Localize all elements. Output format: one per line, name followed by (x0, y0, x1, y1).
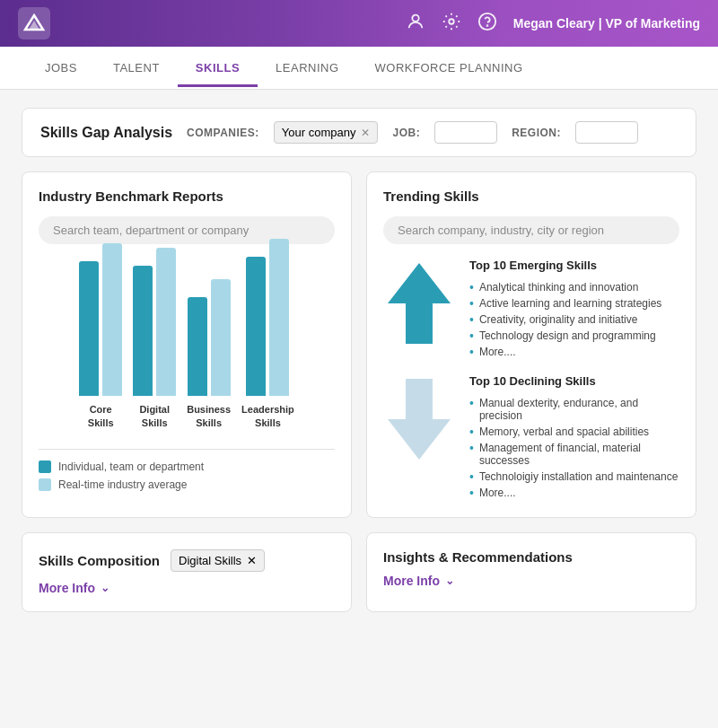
job-label: JOB: (392, 127, 420, 139)
declining-block: Top 10 Declining Skills Manual dexterity… (383, 374, 679, 501)
chevron-down-icon: ⌄ (445, 575, 454, 587)
top-header: Megan Cleary | VP of Marketing (0, 0, 718, 47)
bar-label-leadership: LeadershipSkills (241, 403, 294, 429)
insights-title: Insights & Recommendations (383, 549, 573, 565)
list-item: Creativity, originality and initiative (469, 311, 661, 328)
bar-group-digital: DigitalSkills (133, 248, 176, 429)
skills-composition-header: Skills Composition Digital Skills ✕ (39, 549, 335, 572)
list-item: Technoloigiy installation and maintenanc… (469, 469, 679, 485)
declining-title: Top 10 Declining Skills (469, 374, 679, 388)
bar-core-dark (79, 261, 99, 396)
skills-gap-title: Skills Gap Analysis (40, 125, 172, 141)
declining-skills-list: Top 10 Declining Skills Manual dexterity… (469, 374, 679, 501)
skills-composition-tag-close[interactable]: ✕ (247, 554, 257, 567)
bar-leadership-dark (246, 257, 266, 396)
logo-icon[interactable] (18, 7, 50, 39)
emerging-block: Top 10 Emerging Skills Analytical thinki… (383, 259, 679, 360)
legend-label-individual: Individual, team or department (58, 460, 204, 473)
companies-label: COMPANIES: (187, 127, 259, 139)
list-item: Management of financial, material succes… (469, 440, 679, 469)
region-label: REGION: (512, 127, 561, 139)
skills-composition-title: Skills Composition (39, 553, 160, 568)
bars-business (188, 279, 231, 396)
two-col-panels: Industry Benchmark Reports Search team, … (22, 171, 696, 518)
list-item: More.... (469, 485, 679, 501)
bar-label-business: BusinessSkills (187, 403, 231, 429)
svg-point-2 (412, 14, 418, 21)
svg-marker-7 (388, 379, 451, 460)
legend-label-average: Real-time industry average (58, 478, 187, 491)
bar-label-digital: DigitalSkills (139, 403, 170, 429)
insights-panel: Insights & Recommendations More Info ⌄ (366, 532, 696, 612)
emerging-title: Top 10 Emerging Skills (469, 259, 661, 272)
arrow-up-container (383, 259, 455, 348)
bar-business-dark (188, 297, 207, 396)
bar-group-leadership: LeadershipSkills (241, 239, 294, 429)
list-item: More.... (469, 344, 661, 360)
bar-business-light (211, 279, 231, 396)
bars-core (79, 243, 122, 396)
skills-composition-more-info-label: More Info (39, 581, 95, 595)
nav-learning[interactable]: LEARNING (258, 48, 356, 87)
industry-benchmark-title: Industry Benchmark Reports (39, 189, 335, 204)
legend-item-average: Real-time industry average (39, 478, 335, 491)
nav-bar: JOBS TALENT SKILLS LEARNING WORKFORCE PL… (0, 47, 718, 90)
trending-section: Top 10 Emerging Skills Analytical thinki… (383, 259, 679, 501)
skills-gap-bar: Skills Gap Analysis COMPANIES: Your comp… (22, 108, 696, 157)
bottom-row: Skills Composition Digital Skills ✕ More… (22, 532, 696, 612)
trending-search[interactable]: Search company, industry, city or region (383, 216, 679, 244)
skills-composition-more-info[interactable]: More Info ⌄ (39, 581, 335, 595)
skills-composition-panel: Skills Composition Digital Skills ✕ More… (22, 532, 352, 612)
declining-items: Manual dexterity, endurance, and precisi… (469, 395, 679, 501)
legend-item-individual: Individual, team or department (39, 460, 335, 473)
bar-label-core: CoreSkills (88, 403, 114, 429)
trending-skills-panel: Trending Skills Search company, industry… (366, 171, 696, 518)
emerging-items: Analytical thinking and innovation Activ… (469, 279, 661, 360)
svg-point-3 (449, 19, 454, 24)
nav-talent[interactable]: TALENT (95, 48, 178, 87)
bar-chart: CoreSkills DigitalSkills Busin (39, 259, 335, 438)
nav-skills[interactable]: SKILLS (178, 48, 258, 87)
bar-leadership-light (269, 239, 289, 396)
bars-digital (133, 248, 176, 396)
arrow-up-icon (383, 259, 455, 348)
region-input[interactable] (575, 121, 638, 144)
bar-digital-light (156, 248, 176, 396)
industry-benchmark-panel: Industry Benchmark Reports Search team, … (22, 171, 352, 518)
arrow-down-container (383, 374, 455, 464)
help-icon[interactable] (477, 12, 497, 36)
user-icon[interactable] (406, 12, 425, 36)
settings-icon[interactable] (442, 12, 461, 36)
company-tag-text: Your company (282, 126, 356, 139)
svg-marker-6 (388, 263, 451, 344)
list-item: Technology design and programming (469, 328, 661, 344)
chevron-down-icon: ⌄ (101, 582, 109, 594)
legend-color-light (39, 478, 51, 491)
company-filter-tag: Your company ✕ (274, 121, 379, 144)
insights-more-info-label: More Info (383, 574, 440, 588)
list-item: Active learning and learning strategies (469, 295, 661, 311)
arrow-down-icon (383, 374, 455, 464)
header-right: Megan Cleary | VP of Marketing (406, 12, 700, 36)
list-item: Manual dexterity, endurance, and precisi… (469, 395, 679, 424)
main-content: Skills Gap Analysis COMPANIES: Your comp… (0, 90, 718, 630)
trending-skills-title: Trending Skills (383, 189, 679, 204)
insights-more-info[interactable]: More Info ⌄ (383, 574, 679, 588)
emerging-skills-list: Top 10 Emerging Skills Analytical thinki… (469, 259, 661, 360)
bar-group-core: CoreSkills (79, 243, 122, 429)
nav-jobs[interactable]: JOBS (27, 48, 95, 87)
bars-leadership (246, 239, 289, 396)
bar-group-business: BusinessSkills (187, 279, 231, 429)
chart-legend: Individual, team or department Real-time… (39, 460, 335, 491)
user-name: Megan Cleary | VP of Marketing (513, 16, 700, 31)
list-item: Analytical thinking and innovation (469, 279, 661, 295)
company-tag-close[interactable]: ✕ (361, 127, 370, 139)
svg-point-5 (486, 25, 487, 26)
legend-color-dark (39, 460, 51, 473)
skills-composition-tag: Digital Skills ✕ (171, 549, 265, 572)
insights-header: Insights & Recommendations (383, 549, 679, 565)
job-input[interactable] (434, 121, 497, 144)
list-item: Memory, verbal and spacial abilities (469, 424, 679, 440)
nav-workforce-planning[interactable]: WORKFORCE PLANNING (357, 48, 541, 87)
skills-composition-tag-text: Digital Skills (179, 554, 241, 567)
